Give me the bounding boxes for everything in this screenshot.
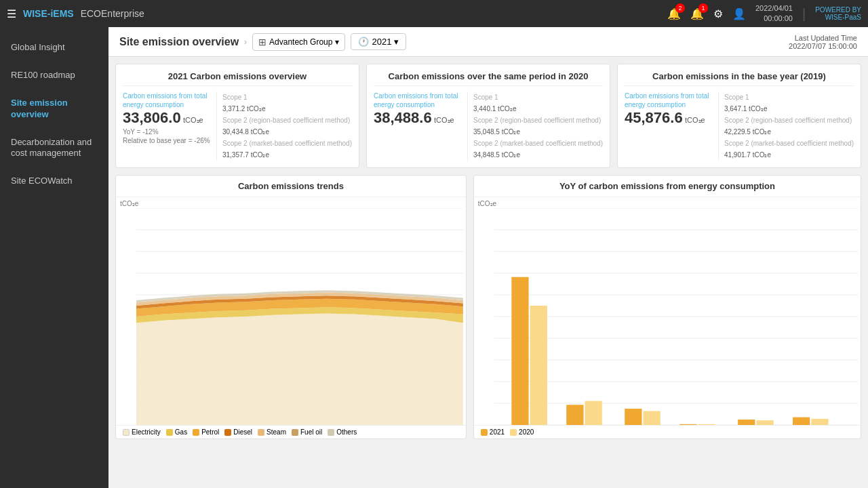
svg-marker-22 [136, 313, 463, 425]
group-selector[interactable]: ⊞ Advantech Group ▾ [252, 33, 345, 51]
app-name: ECOEnterprise [81, 8, 144, 19]
legend-steam-dot [258, 429, 264, 436]
legend-2021-label: 2021 [490, 428, 505, 436]
bar-diesel-2020 [698, 424, 715, 425]
bar-diesel-2021 [679, 424, 696, 425]
legend-diesel: Diesel [224, 428, 252, 436]
legend-petrol: Petrol [193, 428, 219, 436]
chart-trends-legend: Electricity Gas Petrol Diesel [116, 425, 466, 439]
card-2020: Carbon emissions over the same period in… [366, 64, 610, 168]
card-2021-inner: Carbon emissions from total energy consu… [123, 92, 352, 161]
chart-yoy-title: YoY of carbon emissions from energy cons… [474, 176, 861, 197]
legend-2020-dot [510, 429, 517, 436]
bar-elec-2020 [530, 306, 547, 425]
year-value: 2021 [372, 37, 391, 47]
chart-yoy-area: tCO₂e [474, 197, 861, 425]
legend-others-label: Others [336, 428, 357, 436]
alert-badge: 1 [698, 3, 708, 13]
legend-gas-dot [166, 429, 173, 436]
card-2019-title: Carbon emissions in the base year (2019) [625, 71, 854, 86]
trends-svg: 7000 6300 5600 4900 4200 3500 2800 2100 … [136, 208, 463, 425]
main-layout: Global Insight RE100 roadmap Site emissi… [0, 27, 868, 488]
bar-fueloil-2021 [793, 418, 810, 425]
card-2019-unit: tCO₂e [685, 116, 705, 124]
legend-2021: 2021 [481, 428, 505, 436]
sidebar: Global Insight RE100 roadmap Site emissi… [0, 27, 108, 488]
card-2020-main: Carbon emissions from total energy consu… [374, 92, 462, 161]
bar-gas-2021 [566, 405, 583, 425]
card-2021-scope2r-label: Scope 2 (region-based coefficient method… [222, 115, 352, 126]
card-2021-value-row: 33,806.0 tCO₂e [123, 109, 211, 127]
chart-yoy-legend: 2021 2020 [474, 425, 861, 439]
year-selector[interactable]: 🕐 2021 ▾ [351, 33, 406, 50]
card-2019-label: Carbon emissions from total energy consu… [625, 92, 713, 109]
header-bar: Site emission overview › ⊞ Advantech Gro… [108, 27, 868, 57]
sidebar-item-re100-roadmap[interactable]: RE100 roadmap [0, 62, 108, 89]
sidebar-item-global-insight[interactable]: Global Insight [0, 34, 108, 62]
alert-icon[interactable]: 🔔 1 [690, 7, 704, 20]
card-2020-scope1-label: Scope 1 [473, 92, 603, 103]
content-area: 2021 Carbon emissions overview Carbon em… [108, 57, 868, 488]
card-2021: 2021 Carbon emissions overview Carbon em… [115, 64, 359, 168]
legend-diesel-label: Diesel [233, 428, 252, 436]
card-2021-main: Carbon emissions from total energy consu… [123, 92, 211, 161]
chart-trends-area: tCO₂e [116, 197, 466, 425]
legend-diesel-dot [224, 429, 231, 436]
main-content: Site emission overview › ⊞ Advantech Gro… [108, 27, 868, 488]
last-updated: Last Updated Time 2022/07/07 15:00:00 [789, 34, 857, 50]
legend-2020: 2020 [510, 428, 534, 436]
card-2021-title: 2021 Carbon emissions overview [123, 71, 352, 86]
card-2020-scope2r-label: Scope 2 (region-based coefficient method… [473, 115, 603, 126]
last-updated-value: 2022/07/07 15:00:00 [789, 42, 857, 50]
card-2019-value-row: 45,876.6 tCO₂e [625, 109, 713, 127]
notification-icon[interactable]: 🔔 2 [667, 7, 681, 20]
bar-steam-2020 [756, 420, 773, 425]
card-2020-unit: tCO₂e [434, 116, 454, 124]
brand-logo: WISE-iEMS [23, 8, 74, 19]
bar-elec-2021 [511, 277, 528, 425]
card-2020-title: Carbon emissions over the same period in… [374, 71, 603, 86]
card-2020-scope2m-label: Scope 2 (market-based coefficient method… [473, 138, 603, 149]
chart-yoy-ylabel: tCO₂e [478, 200, 496, 207]
clock-icon: 🕐 [358, 37, 369, 47]
legend-petrol-label: Petrol [201, 428, 219, 436]
chart-trends-ylabel: tCO₂e [120, 200, 138, 207]
card-2020-scope2r-value: 35,048.5 tCO₂e [473, 126, 603, 138]
bar-gas-2020 [585, 401, 601, 425]
last-updated-label: Last Updated Time [789, 34, 857, 42]
card-2020-scopes: Scope 1 3,440.1 tCO₂e Scope 2 (region-ba… [467, 92, 603, 161]
legend-electricity-label: Electricity [132, 428, 161, 436]
bar-petrol-2021 [625, 409, 642, 425]
summary-cards: 2021 Carbon emissions overview Carbon em… [115, 64, 861, 168]
brand-name: WISE-iEMS [23, 8, 74, 19]
legend-fueloil: Fuel oil [292, 428, 322, 436]
card-2020-scope1-value: 3,440.1 tCO₂e [473, 103, 603, 115]
bar-steam-2021 [738, 420, 755, 425]
card-2019-scope1-label: Scope 1 [724, 92, 854, 103]
card-2021-value: 33,806.0 [123, 109, 181, 126]
bar-petrol-2020 [643, 411, 660, 425]
card-2021-scopes: Scope 1 3,371.2 tCO₂e Scope 2 (region-ba… [216, 92, 352, 161]
charts-row: Carbon emissions trends tCO₂e [115, 175, 861, 439]
chart-trends: Carbon emissions trends tCO₂e [115, 175, 467, 439]
legend-2021-dot [481, 429, 488, 436]
card-2019-main: Carbon emissions from total energy consu… [625, 92, 713, 161]
powered-by: POWERED BY WISE-PaaS [815, 6, 861, 21]
datetime-display: 2022/04/01 00:00:00 [755, 3, 793, 24]
menu-button[interactable]: ☰ [7, 7, 16, 20]
legend-others-dot [328, 429, 334, 436]
sidebar-item-site-emission-overview[interactable]: Site emission overview [0, 89, 108, 129]
card-2020-value: 38,488.6 [374, 109, 432, 126]
notification-badge: 2 [675, 3, 685, 13]
user-icon[interactable]: 👤 [732, 7, 746, 20]
card-2021-relative: Relative to base year = -26% [123, 137, 211, 144]
settings-icon[interactable]: ⚙ [713, 7, 723, 20]
bar-fueloil-2020 [811, 419, 828, 425]
group-dropdown-icon: ▾ [335, 37, 339, 47]
card-2021-scope1-value: 3,371.2 tCO₂e [222, 103, 352, 115]
sidebar-item-decarbonization[interactable]: Decarbonization and cost management [0, 129, 108, 168]
sidebar-item-site-ecowatch[interactable]: Site ECOWatch [0, 167, 108, 195]
card-2020-label: Carbon emissions from total energy consu… [374, 92, 462, 109]
card-2021-label: Carbon emissions from total energy consu… [123, 92, 211, 109]
breadcrumb-arrow: › [244, 37, 247, 47]
